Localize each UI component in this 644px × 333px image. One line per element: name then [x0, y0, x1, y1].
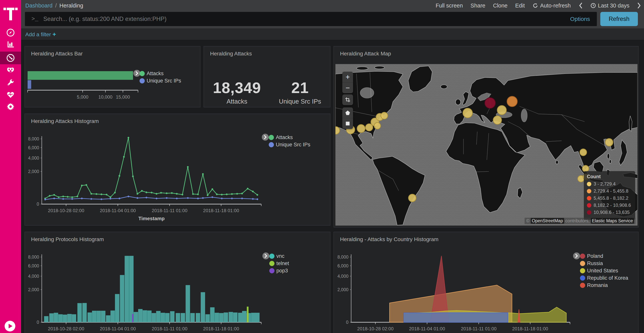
time-back-chevron-icon[interactable] [578, 2, 583, 9]
attack-source-circle [485, 98, 496, 108]
sidebar-item-dashboard[interactable] [0, 52, 21, 64]
legend-color-dot [269, 142, 274, 147]
add-filter-link[interactable]: Add a filter+ [25, 31, 56, 38]
breadcrumb-dashboard-link[interactable]: Dashboard [25, 3, 52, 9]
legend-item-unique-src-ips[interactable]: Unique Src IPs [140, 78, 181, 84]
options-link[interactable]: Options [570, 16, 590, 22]
map-legend-item: 3 - 2,729.4 [587, 181, 635, 187]
bar-telnet [247, 306, 248, 322]
bar-vnc [190, 313, 195, 322]
x-axis-tick-label: 2018-11-18 01:00 [512, 326, 548, 331]
top-nav: Full screenShareCloneEdit Auto-refresh L… [436, 0, 641, 11]
map-legend-item: 10,908.6 - 13,635 [587, 210, 635, 215]
panel-attacks-bar: Heralding Attacks Bar 5,00010,00015,000 … [24, 46, 200, 107]
y-axis-tick-label: 0 [346, 320, 348, 325]
legend-color-dot [269, 261, 274, 266]
bar-vnc [186, 285, 190, 322]
legend-item-unique-src-ips[interactable]: Unique Src IPs [269, 142, 310, 148]
y-axis-tick-label: 6,000 [28, 145, 39, 150]
bar-vnc [238, 313, 242, 322]
legend-color-dot [269, 254, 274, 259]
map-rectangle-button[interactable] [342, 118, 353, 129]
attack-source-circle [580, 149, 587, 156]
topnav-edit[interactable]: Edit [515, 3, 525, 9]
legend-item-russia[interactable]: Russia [580, 260, 603, 266]
elastic-maps-service-link[interactable]: Elastic Maps Service [591, 218, 634, 224]
sidebar-item-management[interactable] [0, 100, 21, 113]
map-legend-item: 2,729.4 - 5,455.8 [587, 188, 635, 194]
openstreetmap-link[interactable]: OpenStreetMap [531, 218, 564, 224]
bar-vnc [54, 313, 58, 322]
gear-icon [6, 102, 15, 111]
y-axis-tick-label: 2,000 [28, 287, 39, 292]
metric-value: 21 [279, 79, 321, 97]
sidebar-item-visualize[interactable] [0, 38, 21, 51]
map-zoom-out-button[interactable]: − [342, 83, 353, 93]
play-icon [8, 324, 12, 328]
legend-item-telnet[interactable]: telnet [269, 260, 289, 266]
legend-toggle-chevron[interactable] [134, 70, 140, 77]
legend-item-romania[interactable]: Romania [580, 282, 608, 288]
attack-source-circle [408, 194, 416, 202]
sidebar-item-discover[interactable] [0, 26, 21, 39]
sidebar-item-sentinl[interactable] [0, 64, 21, 77]
legend-label: telnet [276, 260, 289, 266]
sidebar-item-dev-tools[interactable] [0, 76, 21, 89]
legend-color-dot [140, 71, 145, 76]
metric-label: Unique Src IPs [279, 98, 321, 105]
search-input[interactable] [43, 16, 570, 23]
world-map[interactable]: + − Count 3 - 2,729.42,729.4 - 5,455.85,… [336, 64, 638, 226]
x-axis-tick-label: 2018-11-18 01:00 [203, 208, 239, 213]
bar-vnc [138, 309, 142, 322]
attack-source-circle [463, 108, 472, 118]
map-crop-button[interactable] [342, 94, 353, 105]
app-sidebar [0, 0, 21, 333]
bar-vnc [160, 313, 165, 322]
legend-item-attacks[interactable]: Attacks [140, 71, 164, 77]
time-picker-button[interactable]: Last 30 days [590, 3, 630, 9]
bar-vnc [134, 312, 138, 322]
bar-vnc [110, 310, 115, 322]
map-polygon-button[interactable] [342, 107, 353, 118]
legend-item-vnc[interactable]: vnc [269, 253, 284, 259]
bar-vnc [170, 311, 174, 322]
legend-toggle-chevron[interactable] [262, 134, 269, 141]
area-series-romania [518, 309, 520, 322]
time-forward-chevron-icon[interactable] [637, 2, 641, 9]
x-axis-tick-label: 2018-11-18 01:00 [203, 326, 239, 331]
refresh-icon [532, 3, 538, 9]
sidebar-item-monitoring[interactable] [0, 88, 21, 101]
map-attribution: © OpenStreetMap contributors, Elastic Ma… [524, 218, 636, 224]
legend-item-united-states[interactable]: United States [580, 268, 618, 274]
sidebar-expand-button[interactable] [4, 321, 15, 331]
x-axis-tick-label: 2018-11-11 01:00 [461, 326, 496, 331]
metric-label: Attacks [213, 98, 261, 105]
bar-vnc [67, 314, 72, 322]
legend-item-republic-of-korea[interactable]: Republic of Korea [580, 275, 628, 281]
legend-color-dot [580, 254, 585, 259]
metric-value: 18,349 [213, 79, 261, 97]
y-axis-tick-label: 0 [36, 320, 39, 325]
heartbeat-icon [6, 90, 15, 99]
legend-color-dot [269, 135, 274, 140]
map-zoom-in-button[interactable]: + [342, 72, 353, 83]
legend-item-poland[interactable]: Poland [580, 253, 603, 259]
legend-toggle-chevron[interactable] [573, 252, 580, 259]
x-axis-tick-label: 5,000 [77, 94, 88, 100]
auto-refresh-button[interactable]: Auto-refresh [532, 3, 571, 9]
topnav-full-screen[interactable]: Full screen [436, 3, 463, 9]
telekom-logo[interactable] [4, 4, 18, 20]
line-series-attacks [45, 138, 258, 199]
legend-toggle-chevron[interactable] [262, 252, 269, 259]
refresh-button[interactable]: Refresh [600, 12, 638, 26]
bar-vnc [201, 292, 205, 322]
metric-unique-src-ips: 21 Unique Src IPs [279, 79, 321, 105]
y-axis-tick-label: 0 [36, 202, 39, 207]
bar-vnc [229, 312, 233, 322]
topnav-share[interactable]: Share [470, 3, 485, 9]
bar-vnc [224, 312, 228, 322]
legend-item-attacks[interactable]: Attacks [269, 134, 293, 140]
topnav-clone[interactable]: Clone [493, 3, 508, 9]
bar-vnc [88, 312, 92, 322]
legend-item-pop3[interactable]: pop3 [269, 268, 288, 274]
